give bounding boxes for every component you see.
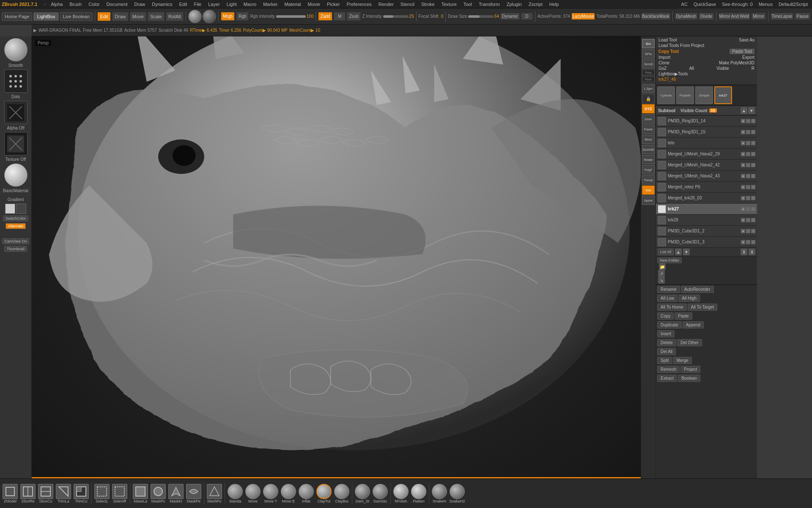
alternate-btn[interactable]: Alternate	[5, 223, 26, 229]
arrow-btn[interactable]: ↗	[658, 270, 665, 277]
material-sphere[interactable]	[4, 163, 27, 187]
eye-icon-9[interactable]: ●	[741, 207, 745, 211]
m-btn[interactable]: M	[334, 12, 346, 21]
menu-ac[interactable]: AC	[680, 2, 689, 7]
dot-icon-11[interactable]: ·	[746, 229, 750, 233]
z-intensity-slider[interactable]: 25	[383, 14, 414, 19]
rgb-btn[interactable]: Rgb	[236, 12, 249, 21]
alpha-preview[interactable]	[4, 101, 27, 124]
masela-btn[interactable]: MaseLa	[132, 484, 149, 503]
lazy-mouse-btn[interactable]: LazyMouse	[571, 13, 595, 20]
menu-picker[interactable]: Picker	[325, 2, 342, 7]
duplicate-btn[interactable]: Duplicate	[657, 321, 682, 329]
simple-thumb[interactable]: Simple	[695, 86, 713, 104]
list-all-btn[interactable]: List All	[658, 248, 674, 255]
draw-tool-btn[interactable]: Draw	[112, 12, 128, 21]
floor-btn[interactable]: Floor	[642, 76, 655, 82]
switch-color-btn[interactable]: SwitchColor	[3, 215, 28, 221]
dot-icon-1[interactable]: ·	[746, 119, 750, 123]
move-t-btn[interactable]: Move T	[262, 484, 279, 503]
zsub-btn[interactable]: Zsub	[347, 12, 361, 21]
perp-btn[interactable]: Perp	[642, 69, 655, 75]
menu-preferences[interactable]: Preferences	[345, 2, 373, 7]
material-preview-sphere[interactable]	[188, 10, 202, 23]
subtool-item-telo[interactable]: telo ● · □	[656, 138, 757, 149]
goz-btn[interactable]: GoZ	[658, 66, 667, 71]
project-btn[interactable]: Project	[680, 366, 700, 373]
solo-btn[interactable]: Solo	[642, 185, 655, 195]
new-folder-btn[interactable]: New Folder	[657, 257, 682, 263]
transp-btn[interactable]: Transp	[642, 175, 655, 185]
mrgb-btn[interactable]: Mrgb	[221, 12, 235, 21]
lightbox-btn[interactable]: LightBox	[33, 12, 58, 21]
eye-icon-6[interactable]: ●	[741, 174, 745, 178]
flatten-btn[interactable]: Flatten	[410, 484, 427, 503]
backface-mask-btn[interactable]: BackfaceMask	[641, 13, 670, 20]
paste-sub-btn[interactable]: Paste	[675, 312, 692, 320]
remesh-btn[interactable]: Remesh	[657, 366, 680, 373]
polymesh-thumb[interactable]: PolyMe	[676, 86, 694, 104]
dot-icon-8[interactable]: ·	[746, 196, 750, 200]
scroll-up-btn[interactable]: ▲	[741, 107, 747, 114]
r-btn[interactable]: R	[752, 66, 754, 71]
eye-icon-4[interactable]: ●	[741, 152, 745, 156]
divide-btn[interactable]: Divide	[699, 13, 714, 20]
export-btn[interactable]: Export	[742, 55, 754, 60]
rgb-intensity-slider[interactable]: 100	[276, 14, 314, 19]
subtool-item-pm3d-cube2[interactable]: PM3D_Cube3D1_3 ● · □	[656, 237, 757, 248]
menu-dynamics[interactable]: Dynamics	[150, 2, 174, 7]
trimcu-btn[interactable]: TrimCu	[73, 484, 90, 503]
hpolish-btn[interactable]: hPolish	[392, 484, 409, 503]
menu-quicksave[interactable]: QuickSave	[692, 2, 718, 7]
menu-movie[interactable]: Movie	[306, 2, 322, 7]
dot-icon-10[interactable]: ·	[746, 218, 750, 222]
square-icon-3[interactable]: □	[751, 141, 755, 145]
folder-up-btn[interactable]: ⬆	[741, 248, 747, 255]
square-icon-6[interactable]: □	[751, 174, 755, 178]
move-e-btn[interactable]: Move E	[280, 484, 297, 503]
dot-icon-7[interactable]: ·	[746, 185, 750, 189]
canvas-area[interactable]: Persp	[32, 36, 656, 478]
menu-stroke[interactable]: Stroke	[420, 2, 436, 7]
import-btn[interactable]: Import	[658, 55, 670, 60]
zoom-btn[interactable]: Zoom	[642, 114, 655, 124]
subtool-item-merged-hlava42[interactable]: Merged_UMesh_hlava2_42 ● · □	[656, 160, 757, 171]
dot-icon-12[interactable]: ·	[746, 240, 750, 244]
copy-tool-btn[interactable]: Copy Tool	[658, 49, 679, 54]
scroll-down-btn[interactable]: ▼	[748, 107, 755, 114]
eye-icon-1[interactable]: ●	[741, 119, 745, 123]
standa-btn[interactable]: Standa	[227, 484, 244, 503]
pause-btn[interactable]: Pause	[795, 13, 810, 20]
slicecu-btn[interactable]: SliceCu	[37, 484, 54, 503]
move-tool-btn[interactable]: Move	[130, 12, 146, 21]
menu-document[interactable]: Document	[104, 2, 129, 7]
maskpe-btn[interactable]: MaskPe	[185, 484, 202, 503]
square-icon-12[interactable]: □	[751, 240, 755, 244]
extract-btn[interactable]: Extract	[657, 375, 677, 382]
menu-tool[interactable]: Tool	[462, 2, 474, 7]
xyz-btn[interactable]: XYZ	[642, 104, 655, 113]
maskki-btn[interactable]: MaskKi	[167, 484, 184, 503]
subtool-item-merged-hlava29[interactable]: Merged_UMesh_hlava2_29 ● · □	[656, 149, 757, 160]
square-icon-2[interactable]: □	[751, 130, 755, 134]
scroll-btn[interactable]: Scroll	[642, 59, 655, 69]
menu-edit[interactable]: Edit	[178, 2, 189, 7]
square-icon-11[interactable]: □	[751, 229, 755, 233]
menu-texture[interactable]: Texture	[440, 2, 458, 7]
eye-icon-8[interactable]: ●	[741, 196, 745, 200]
material-preview-sphere2[interactable]	[203, 10, 216, 23]
xpose-btn[interactable]: Xpose	[642, 196, 655, 205]
selectl-btn[interactable]: SelectL	[93, 484, 110, 503]
home-page-btn[interactable]: Home Page	[2, 12, 32, 21]
square-icon-4[interactable]: □	[751, 152, 755, 156]
menu-draw[interactable]: Draw	[133, 2, 147, 7]
visible-btn[interactable]: Visible	[716, 66, 729, 71]
menu-zplugin[interactable]: Zplugin	[505, 2, 524, 7]
scale-tool-btn[interactable]: Scale	[148, 12, 165, 21]
eye-icon-12[interactable]: ●	[741, 240, 745, 244]
cylinder-thumb[interactable]: Cylinde	[657, 86, 675, 104]
merge-btn[interactable]: Merge	[673, 357, 691, 364]
subtool-item-merged-retez[interactable]: Merged_retez P6 ● · □	[656, 182, 757, 193]
subtool-item-pm3d-ring2[interactable]: PM3D_Ring3D1_15 ● · □	[656, 127, 757, 138]
snakeh2-btn[interactable]: SnakeH2	[449, 484, 466, 503]
